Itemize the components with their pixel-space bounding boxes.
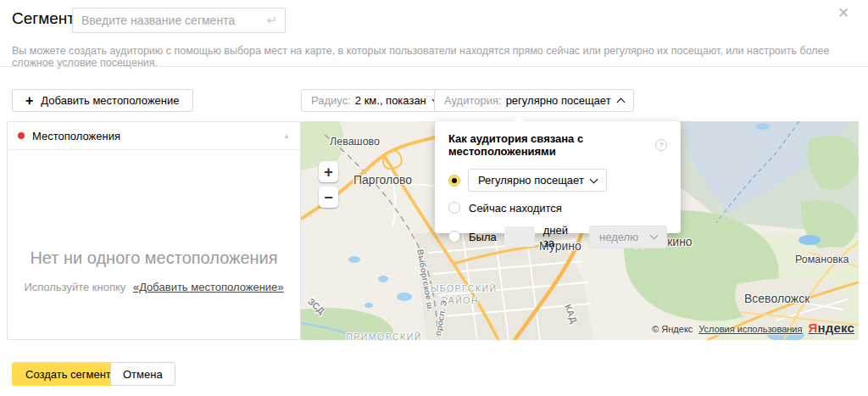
- yandex-logo-rest: ндекс: [817, 321, 854, 335]
- days-input[interactable]: [504, 226, 535, 247]
- copyright-text: © Яндекс: [652, 324, 693, 334]
- chevron-down-icon: [650, 231, 659, 240]
- radio-currently-located[interactable]: [448, 202, 460, 214]
- map-label: Парголово: [353, 173, 412, 187]
- option-regularly-visits: Регулярно посещает: [448, 169, 667, 192]
- option-was-there: Была дней за неделю: [448, 224, 667, 249]
- add-location-label: Добавить местоположение: [41, 94, 179, 107]
- empty-hint-text: Используйте кнопку: [24, 281, 125, 293]
- popup-title: Как аудитория связана с местоположениями: [448, 132, 649, 158]
- radio-was-there[interactable]: [448, 231, 460, 243]
- map-zoom-controls: + −: [319, 161, 338, 208]
- create-segment-button[interactable]: Создать сегмент: [12, 362, 125, 386]
- locations-panel-header: Местоположения ▲: [8, 122, 300, 150]
- option-currently-located: Сейчас находится: [448, 201, 667, 215]
- audience-popup: Как аудитория связана с местоположениями…: [435, 121, 681, 233]
- zoom-out-button[interactable]: −: [319, 187, 338, 208]
- audience-value: регулярно посещает: [506, 94, 611, 107]
- locations-panel: Местоположения ▲ Нет ни одного местополо…: [7, 121, 301, 340]
- plus-icon: +: [25, 94, 33, 108]
- add-location-button[interactable]: + Добавить местоположение: [12, 89, 193, 112]
- yandex-logo[interactable]: Яндекс: [808, 321, 854, 335]
- map-label: ПРИМОРСКИЙ: [342, 331, 426, 340]
- map-label: Левашово: [330, 136, 380, 148]
- segment-name-field: ↵: [72, 8, 286, 33]
- close-icon[interactable]: ✕: [837, 6, 849, 20]
- cancel-button[interactable]: Отмена: [110, 362, 175, 386]
- audience-label: Аудитория:: [444, 94, 502, 107]
- help-icon[interactable]: ?: [655, 139, 667, 151]
- map-label: Всеволожск: [744, 292, 810, 305]
- locations-header-label: Местоположения: [32, 130, 120, 142]
- days-per-label: дней за: [543, 224, 581, 249]
- status-dot-icon: [18, 132, 25, 139]
- chevron-down-icon: [589, 175, 598, 183]
- was-there-label[interactable]: Была: [469, 231, 497, 243]
- audience-dropdown[interactable]: Аудитория: регулярно посещает: [434, 89, 634, 112]
- period-value: неделю: [599, 231, 638, 243]
- add-location-link[interactable]: «Добавить местоположение»: [133, 281, 284, 293]
- yandex-logo-first-letter: Я: [808, 321, 817, 335]
- radius-value: 2 км., показан: [355, 94, 426, 107]
- sort-asc-icon[interactable]: ▲: [283, 132, 290, 140]
- segment-name-input[interactable]: [73, 14, 266, 27]
- enter-icon: ↵: [266, 13, 285, 28]
- segment-dialog: Сегмент ↵ ✕ Вы можете создать аудиторию …: [0, 0, 868, 396]
- period-dropdown[interactable]: неделю: [589, 226, 667, 248]
- description-text: Вы можете создать аудиторию с помощью вы…: [12, 45, 861, 69]
- radio-regularly-visits[interactable]: [448, 175, 460, 187]
- terms-of-use-link[interactable]: Условия использования: [698, 324, 802, 334]
- divider: [0, 66, 868, 67]
- empty-state-hint: Используйте кнопку «Добавить местоположе…: [8, 281, 300, 293]
- radius-label: Радиус:: [311, 94, 351, 107]
- map-label: Романовка: [795, 254, 849, 265]
- chevron-up-icon: [616, 98, 625, 107]
- visit-frequency-dropdown[interactable]: Регулярно посещает: [468, 169, 607, 192]
- currently-located-label[interactable]: Сейчас находится: [469, 202, 562, 215]
- zoom-in-button[interactable]: +: [319, 161, 338, 182]
- visit-frequency-value: Регулярно посещает: [478, 174, 584, 187]
- map-attribution: © Яндекс Условия использования Яндекс: [652, 321, 854, 335]
- empty-state-title: Нет ни одного местоположения: [8, 248, 300, 268]
- page-title: Сегмент: [12, 9, 75, 28]
- radius-dropdown[interactable]: Радиус: 2 км., показан: [301, 89, 449, 112]
